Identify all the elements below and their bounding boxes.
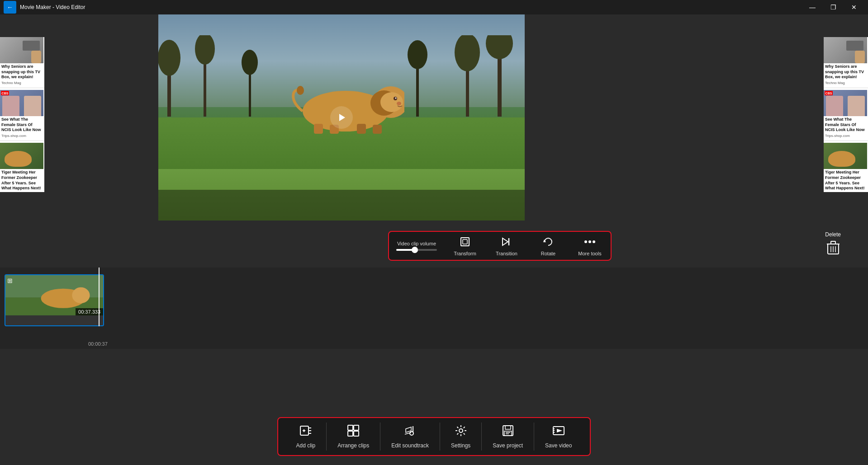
rotate-icon (542, 235, 555, 248)
svg-point-32 (593, 240, 595, 243)
svg-point-30 (584, 240, 587, 243)
volume-fill (396, 249, 413, 251)
timeline-section: ⊞ 00:37.333 00:00:37 (0, 268, 868, 349)
save-project-label: Save project (493, 442, 523, 449)
close-button[interactable]: ✕ (844, 0, 864, 14)
timeline-marker (99, 268, 100, 326)
svg-rect-25 (461, 238, 469, 246)
svg-rect-51 (348, 431, 353, 436)
settings-label: Settings (451, 442, 470, 449)
arrange-clips-button[interactable]: Arrange clips (327, 423, 380, 451)
more-tools-label: More tools (578, 251, 601, 256)
ad-left-title-1: Why Seniors are snapping up this TV Box,… (0, 63, 44, 81)
ad-right-2[interactable]: CBS See What The Female Stars Of NCIS Lo… (824, 90, 868, 141)
volume-slider[interactable] (396, 249, 437, 251)
more-tools-control[interactable]: More tools (576, 235, 603, 256)
arrange-clips-icon (347, 424, 360, 440)
transform-control[interactable]: Transform (451, 235, 479, 256)
svg-rect-50 (354, 425, 359, 430)
rotate-label: Rotate (541, 251, 555, 256)
sidebar-right: Why Seniors are snapping up this TV Box,… (710, 14, 868, 268)
save-project-button[interactable]: Save project (482, 423, 534, 451)
ad-block-right: Why Seniors are snapping up this TV Box,… (824, 37, 868, 192)
edit-soundtrack-button[interactable]: Edit soundtrack (380, 423, 440, 451)
svg-point-5 (455, 35, 480, 71)
delete-button[interactable]: Delete (825, 231, 841, 255)
svg-rect-26 (463, 240, 467, 244)
ad-right-3[interactable]: Tiger Meeting Her Former Zookeeper After… (824, 143, 868, 192)
svg-point-42 (72, 287, 90, 303)
clip-icon: ⊞ (7, 277, 13, 284)
ad-right-1[interactable]: Why Seniors are snapping up this TV Box,… (824, 37, 868, 88)
svg-rect-21 (357, 124, 366, 134)
svg-point-3 (195, 35, 215, 65)
sidebar-left: Why Seniors are snapping up this TV Box,… (0, 14, 158, 268)
delete-label: Delete (825, 231, 841, 238)
svg-point-53 (410, 432, 413, 435)
ad-left-source-2: Trips-shop.com (0, 134, 44, 139)
clip-thumbnail: ⊞ 00:37.333 (5, 275, 103, 315)
svg-point-31 (588, 240, 591, 243)
ad-block-left: Why Seniors are snapping up this TV Box,… (0, 37, 44, 192)
svg-rect-52 (354, 431, 359, 436)
ad-left-3[interactable]: Tiger Meeting Her Former Zookeeper After… (0, 143, 44, 192)
svg-rect-22 (373, 125, 382, 134)
svg-point-55 (459, 429, 463, 432)
add-clip-button[interactable]: Add clip (285, 423, 327, 451)
minimize-button[interactable]: — (802, 0, 823, 14)
edit-soundtrack-icon (404, 424, 417, 440)
back-button[interactable]: ← (4, 1, 16, 14)
timeline-time-label: 00:00:37 (88, 341, 108, 347)
rotate-control[interactable]: Rotate (535, 235, 562, 256)
ad-left-title-2: See What The Female Stars Of NCIS Look L… (0, 116, 44, 134)
svg-point-1 (158, 40, 180, 76)
bottom-toolbar: Add clip Arrange clips (277, 417, 591, 456)
ad-left-title-3: Tiger Meeting Her Former Zookeeper After… (0, 169, 44, 192)
save-project-icon (502, 424, 514, 440)
svg-rect-58 (504, 431, 512, 436)
svg-point-7 (486, 35, 513, 59)
ad-left-source-1: Techno Mag (0, 81, 44, 86)
svg-rect-57 (505, 426, 511, 429)
more-tools-icon (583, 235, 596, 248)
save-video-icon (552, 424, 565, 440)
svg-point-23 (297, 86, 304, 95)
ad-left-2[interactable]: CBS See What The Female Stars Of NCIS Lo… (0, 90, 44, 141)
title-bar: ← Movie Maker - Video Editor — ❐ ✕ (0, 0, 868, 14)
arrange-clips-label: Arrange clips (337, 442, 369, 449)
settings-icon (455, 424, 467, 440)
ad-right-source-2: Trips-shop.com (824, 134, 868, 139)
save-video-button[interactable]: Save video (534, 423, 583, 451)
add-clip-label: Add clip (296, 442, 316, 449)
play-button[interactable] (330, 106, 353, 129)
svg-point-18 (397, 102, 401, 105)
transform-icon (459, 235, 471, 248)
trash-icon (827, 240, 840, 255)
add-clip-icon (299, 424, 312, 440)
timeline-clip[interactable]: ⊞ 00:37.333 (5, 274, 104, 326)
svg-rect-19 (314, 124, 323, 134)
svg-point-17 (395, 98, 396, 99)
ad-left-1[interactable]: Why Seniors are snapping up this TV Box,… (0, 37, 44, 88)
svg-point-11 (408, 40, 427, 69)
video-clip-volume-label: Video clip volume (397, 241, 436, 246)
app-title: Movie Maker - Video Editor (20, 4, 802, 10)
transform-label: Transform (454, 251, 476, 256)
volume-thumb (412, 247, 418, 253)
ad-right-source-1: Techno Mag (824, 81, 868, 86)
svg-marker-24 (339, 114, 345, 121)
svg-rect-49 (348, 425, 353, 430)
video-controls-panel: Video clip volume Transform (388, 231, 612, 261)
transition-control[interactable]: Transition (493, 235, 520, 256)
maximize-button[interactable]: ❐ (823, 0, 844, 14)
settings-button[interactable]: Settings (440, 423, 482, 451)
video-frame (158, 14, 525, 221)
video-container: Video clip volume Transform (158, 14, 525, 221)
ad-right-title-1: Why Seniors are snapping up this TV Box,… (824, 63, 868, 81)
video-clip-volume-control[interactable]: Video clip volume (396, 241, 437, 251)
svg-marker-62 (557, 429, 562, 432)
svg-rect-35 (831, 241, 835, 244)
transition-icon (500, 235, 513, 248)
svg-marker-27 (503, 238, 508, 245)
edit-soundtrack-label: Edit soundtrack (391, 442, 429, 449)
